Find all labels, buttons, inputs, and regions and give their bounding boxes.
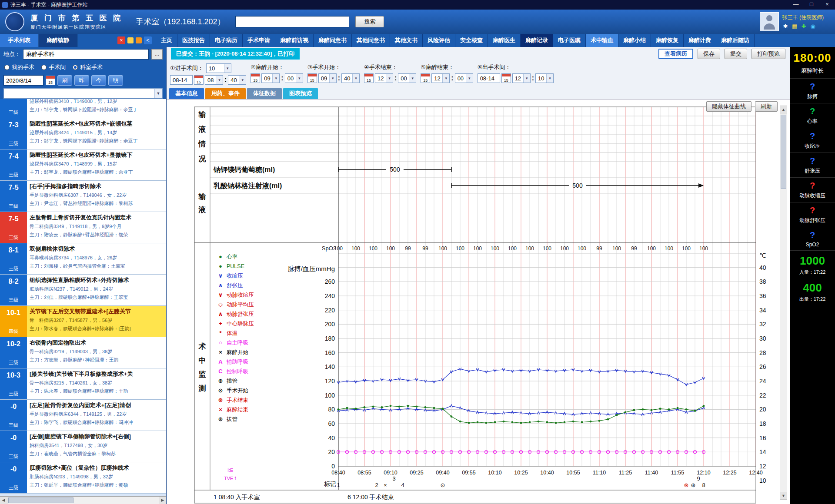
sidebar-tab-麻醉镇静[interactable]: 麻醉镇静 (39, 34, 77, 47)
flag-yellow-icon[interactable] (127, 37, 134, 43)
tab-麻醉小结[interactable]: 麻醉小结 (618, 34, 651, 47)
date-box[interactable]: 08-14 (478, 73, 500, 83)
settings-icon[interactable]: ✱ (782, 23, 789, 30)
tab-电子医嘱[interactable]: 电子医嘱 (553, 34, 586, 47)
tab-麻醉计费[interactable]: 麻醉计费 (684, 34, 716, 47)
avatar[interactable] (760, 12, 779, 31)
scroll-left-icon[interactable]: ◀ (0, 497, 7, 504)
date-button-明[interactable]: 明 (108, 75, 123, 86)
svg-text:38: 38 (759, 278, 766, 285)
tab-麻醉恢复[interactable]: 麻醉恢复 (651, 34, 684, 47)
location-input[interactable] (23, 49, 149, 60)
list-item[interactable]: -0三级[左侧]腹腔镜下单侧输卵管切除术+[右侧]妇科病房3541，T12749… (0, 431, 166, 462)
refresh-button[interactable]: 刷新 (755, 101, 778, 112)
tab-其他同意书[interactable]: 其他同意书 (352, 34, 390, 47)
hour-select[interactable]: 12▾ (431, 73, 450, 83)
list-item[interactable]: 7-2三级包皮环切术泌尿外科病房3410，T149000，男，12岁主刀：邹宇龙… (0, 99, 166, 118)
list-item[interactable]: 7-4三级隐匿性阴茎延长术+包皮环切术+显微镜下泌尿外科病房3470，T1489… (0, 149, 166, 181)
close-panel-button[interactable]: × (117, 36, 125, 44)
list-item[interactable]: 10-1四级关节镜下左后交叉韧带重建术+[左膝关节骨一科病房3207，T1458… (0, 306, 166, 337)
print-preview-button[interactable]: 打印预览 (752, 49, 785, 59)
notes-icon[interactable]: ✚ (801, 23, 807, 30)
tab-麻醉同意书[interactable]: 麻醉同意书 (314, 34, 352, 47)
calendar-button[interactable]: 15 (250, 73, 260, 83)
tab-麻醉记录[interactable]: 麻醉记录 (521, 34, 553, 47)
close-button[interactable]: × (819, 0, 835, 10)
tab-术中输血[interactable]: 术中输血 (586, 34, 618, 47)
scrollbar-thumb[interactable] (781, 115, 786, 189)
maximize-button[interactable]: □ (804, 0, 819, 10)
calendar-icon[interactable]: ▦ (792, 23, 798, 30)
radio-手术间[interactable]: 手术间 (41, 63, 66, 71)
hide-curve-button[interactable]: 隐藏体征曲线 (706, 101, 752, 112)
minimize-button[interactable]: — (788, 0, 804, 10)
tab-麻醉前访视[interactable]: 麻醉前访视 (275, 34, 314, 47)
horizontal-scrollbar[interactable]: ◀ ▶ (0, 496, 166, 504)
tab-麻醉后随访[interactable]: 麻醉后随访 (716, 34, 755, 47)
scroll-right-icon[interactable]: ▶ (159, 497, 166, 504)
tab-麻醉医生[interactable]: 麻醉医生 (488, 34, 521, 47)
vertical-scrollbar[interactable]: ▲ ▼ (780, 106, 787, 500)
calendar-button[interactable]: 15 (46, 76, 55, 85)
list-item[interactable]: 8-2三级组织选择性直肠粘膜环切术+外痔切除术肛肠科病房N237，T149012… (0, 275, 166, 306)
minute-select[interactable]: 10▾ (535, 73, 554, 83)
hour-select[interactable]: 08▾ (205, 75, 223, 85)
search-button[interactable]: 搜索 (355, 16, 384, 27)
date-box[interactable]: 08-14 (170, 75, 193, 85)
subtab-体征数据[interactable]: 体征数据 (247, 88, 282, 99)
tab-安全核查[interactable]: 安全核查 (455, 34, 488, 47)
room-select[interactable]: 10▾ (206, 63, 231, 73)
calendar-button[interactable]: 15 (421, 73, 430, 83)
list-item[interactable]: -0三级[左足]趾骨骨折复位内固定术+[左足]清创手足显微外科病房6344，T1… (0, 400, 166, 431)
hour-select[interactable]: 12▾ (512, 73, 531, 83)
location-more-button[interactable]: ... (151, 49, 163, 60)
date-button-刷[interactable]: 刷 (57, 75, 72, 86)
date-input[interactable] (3, 75, 43, 86)
calendar-button[interactable]: 15 (364, 73, 374, 83)
calendar-button[interactable]: 15 (501, 73, 511, 83)
tab-医技报告[interactable]: 医技报告 (177, 34, 210, 47)
minute-select[interactable]: 40▾ (228, 75, 246, 85)
date-button-昨[interactable]: 昨 (74, 75, 89, 86)
tab-其他文书[interactable]: 其他文书 (390, 34, 423, 47)
list-item[interactable]: 7-5三级左肱骨髁上骨折切开复位克氏针内固定术骨二科病房3349，T149118… (0, 212, 166, 243)
scrollbar-thumb[interactable] (8, 497, 73, 503)
tab-风险评估[interactable]: 风险评估 (423, 34, 455, 47)
sidebar-tab-手术列表[interactable]: 手术列表 (0, 34, 39, 47)
radio-我的手术[interactable]: 我的手术 (4, 63, 34, 71)
minute-select[interactable]: 40▾ (341, 73, 360, 83)
submit-button[interactable]: 提交 (725, 49, 747, 59)
tab-主页[interactable]: 主页 (156, 34, 177, 47)
subtab-图表预览[interactable]: 图表预览 (283, 88, 318, 99)
date-button-今[interactable]: 今 (91, 75, 106, 86)
list-item[interactable]: 10-3三级[膝关节镜]关节镜下半月板修整成形术+关骨一科病房3215，T140… (0, 368, 166, 400)
minute-select[interactable]: 00▾ (455, 73, 473, 83)
scroll-down-icon[interactable]: ▼ (780, 492, 787, 499)
view-record-button[interactable]: 查看病历 (658, 49, 693, 59)
minute-select[interactable]: 00▾ (285, 73, 303, 83)
list-item[interactable]: 7-5三级[右手]手拇指多指畸形切除术手足显微外科病房6307，T149046，… (0, 181, 166, 212)
hour-select[interactable]: 09▾ (261, 73, 280, 83)
calendar-button[interactable]: 15 (194, 75, 204, 85)
hour-select[interactable]: 12▾ (375, 73, 393, 83)
tab-手术申请[interactable]: 手术申请 (243, 34, 275, 47)
scroll-up-icon[interactable]: ▲ (780, 106, 787, 113)
svg-text:100: 100 (351, 245, 360, 252)
flag-orange-icon[interactable] (136, 37, 142, 43)
list-item[interactable]: 10-2三级右锁骨内固定物取出术骨一科病房3219，T149003，男，38岁主… (0, 337, 166, 368)
radio-科室手术[interactable]: 科室手术 (73, 63, 103, 71)
filter-select[interactable]: ▼ (3, 88, 163, 99)
tab-电子病历[interactable]: 电子病历 (210, 34, 243, 47)
minute-select[interactable]: 00▾ (398, 73, 416, 83)
calendar-button[interactable]: 15 (307, 73, 317, 83)
list-item[interactable]: -0三级肛瘘切除术+高位（复杂性）肛瘘挂线术肛肠科病房N203，T149098，… (0, 462, 166, 494)
subtab-用药、事件[interactable]: 用药、事件 (205, 88, 246, 99)
tabs-scroll-left-button[interactable]: < (144, 36, 152, 44)
monitor-icon[interactable]: ◉ (810, 23, 816, 30)
list-item[interactable]: 7-3三级隐匿性阴茎延长术+包皮环切术+嵌顿包茎泌尿外科病房3424，T1490… (0, 118, 166, 149)
subtab-基本信息[interactable]: 基本信息 (169, 88, 204, 99)
save-button[interactable]: 保存 (698, 49, 720, 59)
hour-select[interactable]: 09▾ (318, 73, 337, 83)
list-item[interactable]: 8-1三级双侧扁桃体切除术耳鼻喉科病房3734，T148976，女，26岁主刀：… (0, 243, 166, 275)
search-input[interactable] (235, 16, 349, 27)
